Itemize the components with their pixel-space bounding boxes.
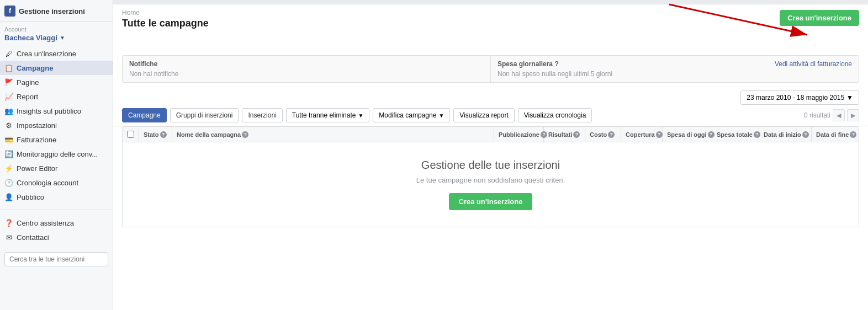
tab-campagne[interactable]: Campagne <box>122 108 167 122</box>
date-range-row: 23 marzo 2010 - 18 maggio 2015 ▼ <box>113 87 868 108</box>
breadcrumb-section: Home Tutte le campagne Crea un'inserzion… <box>113 4 868 49</box>
th-data-inizio: Data di inizio ? <box>759 127 812 142</box>
sidebar-item-report[interactable]: 📈 Report <box>0 89 113 104</box>
prev-page-button[interactable]: ◀ <box>833 109 845 121</box>
sidebar: f Gestione inserzioni Account Bacheca Vi… <box>0 0 113 310</box>
sidebar-support-nav: ❓ Centro assistenza ✉ Contattaci <box>0 212 113 248</box>
nome-help-icon[interactable]: ? <box>242 131 248 138</box>
results-count-area: 0 risultati ◀ ▶ <box>804 109 859 121</box>
sidebar-item-campagne[interactable]: 📋 Campagne <box>0 61 113 75</box>
campaigns-icon: 📋 <box>4 63 13 72</box>
results-count-text: 0 risultati <box>804 111 830 119</box>
visualizza-report-button[interactable]: Visualizza report <box>453 108 515 122</box>
th-stato: Stato ? <box>139 127 172 142</box>
sidebar-item-impostazioni[interactable]: ⚙ Impostazioni <box>0 118 113 132</box>
date-range-button[interactable]: 23 marzo 2010 - 18 maggio 2015 ▼ <box>740 90 859 105</box>
search-input[interactable] <box>4 252 108 266</box>
th-data-fine: Data di fine ? <box>812 127 859 142</box>
plus-icon: 🖊 <box>4 49 13 58</box>
account-section: Account Bacheca Viaggi ▼ <box>0 22 113 43</box>
account-label: Account <box>4 26 108 33</box>
audience-icon: 👤 <box>4 193 13 201</box>
create-insertion-button-top[interactable]: Crea un'inserzione <box>780 10 859 26</box>
campaigns-table: Stato ? Nome della campagna ? Pubblicazi… <box>122 126 859 227</box>
sidebar-item-cronologia[interactable]: 🕐 Cronologia account <box>0 175 113 190</box>
th-checkbox <box>123 127 139 142</box>
history-icon: 🕐 <box>4 178 13 187</box>
sidebar-item-centro[interactable]: ❓ Centro assistenza <box>0 216 113 230</box>
report-icon: 📈 <box>4 92 13 101</box>
caret-down-icon: ▼ <box>438 113 444 119</box>
notifications-bar: Notifiche Non hai notifiche Spesa giorna… <box>122 55 859 83</box>
notifications-left: Notifiche Non hai notifiche <box>123 56 491 82</box>
power-icon: ⚡ <box>4 164 13 173</box>
sidebar-item-crea[interactable]: 🖊 Crea un'inserzione <box>0 46 113 61</box>
contact-icon: ✉ <box>4 233 13 242</box>
th-costo: Costo ? <box>585 127 621 142</box>
caret-down-icon: ▼ <box>358 113 363 119</box>
create-insertion-button-center[interactable]: Crea un'inserzione <box>449 193 533 210</box>
pages-icon: 🚩 <box>4 78 13 87</box>
filter-button[interactable]: Tutte tranne eliminate ▼ <box>286 108 370 122</box>
cop-help-icon[interactable]: ? <box>656 131 663 138</box>
top-bar <box>113 0 868 4</box>
th-nome: Nome della campagna ? <box>172 127 494 142</box>
sidebar-item-power-editor[interactable]: ⚡ Power Editor <box>0 161 113 175</box>
date-range-text: 23 marzo 2010 - 18 maggio 2015 <box>747 94 844 101</box>
account-name[interactable]: Bacheca Viaggi ▼ <box>4 34 108 42</box>
app-title: Gestione inserzioni <box>19 7 85 15</box>
chevron-down-icon: ▼ <box>846 94 853 101</box>
sidebar-header: f Gestione inserzioni <box>0 0 113 22</box>
tab-gruppi[interactable]: Gruppi di inserzioni <box>170 108 239 122</box>
daily-spend-text: Non hai speso nulla negli ultimi 5 giorn… <box>497 70 852 78</box>
select-all-checkbox[interactable] <box>127 131 134 138</box>
page-title: Tutte le campagne <box>122 18 859 29</box>
tabs-bar: Campagne Gruppi di inserzioni Inserzioni… <box>113 108 868 126</box>
datafine-help-icon[interactable]: ? <box>850 131 856 138</box>
table-header: Stato ? Nome della campagna ? Pubblicazi… <box>123 127 859 142</box>
next-page-button[interactable]: ▶ <box>847 109 859 121</box>
empty-state: Gestione delle tue inserzioni Le tue cam… <box>123 142 859 227</box>
monitor-icon: 🔄 <box>4 149 13 158</box>
empty-subtitle: Le tue campagne non soddisfano questi cr… <box>416 176 565 184</box>
notifications-right: Spesa giornaliera ? Non hai speso nulla … <box>491 56 859 82</box>
breadcrumb: Home <box>122 9 859 17</box>
sidebar-item-insights[interactable]: 👥 Insights sul pubblico <box>0 104 113 118</box>
th-pubblicazione: Pubblicazione ? <box>494 127 544 142</box>
settings-icon: ⚙ <box>4 121 13 130</box>
tab-inserzioni[interactable]: Inserzioni <box>242 108 282 122</box>
sidebar-item-pubblico[interactable]: 👤 Pubblico <box>0 190 113 204</box>
datainizio-help-icon[interactable]: ? <box>802 131 809 138</box>
visualizza-cronologia-button[interactable]: Visualizza cronologia <box>518 108 592 122</box>
th-copertura: Copertura ? <box>621 127 663 142</box>
help-icon: ❓ <box>4 218 13 227</box>
stato-help-icon[interactable]: ? <box>160 131 167 138</box>
main-content: Home Tutte le campagne Crea un'inserzion… <box>113 0 868 310</box>
nav-divider <box>0 210 113 210</box>
th-spesa-oggi: Spesa di oggi ? <box>663 127 712 142</box>
billing-activity-link[interactable]: Vedi attività di fatturazione <box>775 60 852 68</box>
billing-icon: 💳 <box>4 135 13 144</box>
facebook-logo: f <box>4 6 15 17</box>
notif-title: Notifiche <box>129 60 484 68</box>
costo-help-icon[interactable]: ? <box>608 131 615 138</box>
th-risultati: Risultati ? <box>544 127 585 142</box>
sidebar-item-monitoraggio[interactable]: 🔄 Monitoraggio delle conv... <box>0 147 113 161</box>
empty-title: Gestione delle tue inserzioni <box>421 159 560 172</box>
ris-help-icon[interactable]: ? <box>573 131 580 138</box>
insights-icon: 👥 <box>4 106 13 115</box>
sidebar-item-contattaci[interactable]: ✉ Contattaci <box>0 230 113 244</box>
th-spesa-totale: Spesa totale ? <box>712 127 759 142</box>
sidebar-item-fatturazione[interactable]: 💳 Fatturazione <box>0 132 113 147</box>
chevron-down-icon: ▼ <box>60 35 65 41</box>
sidebar-item-pagine[interactable]: 🚩 Pagine <box>0 75 113 89</box>
modifica-campagne-button[interactable]: Modifica campagne ▼ <box>373 108 450 122</box>
notif-text: Non hai notifiche <box>129 70 484 78</box>
sidebar-nav: 🖊 Crea un'inserzione 📋 Campagne 🚩 Pagine… <box>0 43 113 207</box>
